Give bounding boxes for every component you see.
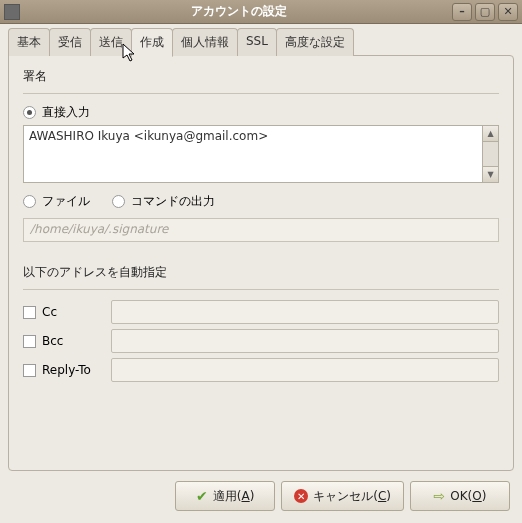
radio-file-label: ファイル — [42, 193, 90, 210]
bcc-label: Bcc — [42, 334, 63, 348]
radio-file-command-row: ファイル コマンドの出力 — [23, 193, 499, 210]
minimize-button[interactable]: – — [452, 3, 472, 21]
cancel-button[interactable]: ✕ キャンセル(C) — [281, 481, 404, 511]
tab-compose[interactable]: 作成 — [131, 28, 173, 57]
replyto-input[interactable] — [111, 358, 499, 382]
scroll-track[interactable] — [483, 142, 498, 166]
bcc-input[interactable] — [111, 329, 499, 353]
radio-direct-row[interactable]: 直接入力 — [23, 104, 499, 121]
cc-checkbox[interactable] — [23, 306, 36, 319]
apply-label: 適用(A) — [213, 488, 255, 505]
auto-section: 以下のアドレスを自動指定 Cc Bcc Reply-To — [23, 264, 499, 382]
radio-direct-label: 直接入力 — [42, 104, 90, 121]
app-icon — [4, 4, 20, 20]
check-icon: ✔ — [196, 488, 208, 504]
replyto-row: Reply-To — [23, 358, 499, 382]
cc-input[interactable] — [111, 300, 499, 324]
radio-command-label: コマンドの出力 — [131, 193, 215, 210]
ok-label: OK(O) — [450, 489, 486, 503]
tab-personal[interactable]: 個人情報 — [172, 28, 238, 56]
tab-strip: 基本 受信 送信 作成 個人情報 SSL 高度な設定 — [8, 28, 514, 56]
cc-row: Cc — [23, 300, 499, 324]
cc-label: Cc — [42, 305, 57, 319]
replyto-checkbox[interactable] — [23, 364, 36, 377]
bcc-checkbox[interactable] — [23, 335, 36, 348]
replyto-label: Reply-To — [42, 363, 91, 377]
titlebar: アカウントの設定 – ▢ ✕ — [0, 0, 522, 24]
tab-panel: 署名 直接入力 AWASHIRO Ikuya <ikunya@gmail.com… — [8, 55, 514, 471]
scroll-up-button[interactable]: ▲ — [483, 126, 498, 142]
radio-command[interactable] — [112, 195, 125, 208]
tab-receive[interactable]: 受信 — [49, 28, 91, 56]
signature-textarea[interactable]: AWASHIRO Ikuya <ikunya@gmail.com> — [23, 125, 483, 183]
bcc-check-wrap[interactable]: Bcc — [23, 334, 111, 348]
ok-icon: ⇨ — [434, 488, 446, 504]
tab-ssl[interactable]: SSL — [237, 28, 277, 56]
scrollbar[interactable]: ▲ ▼ — [483, 125, 499, 183]
cc-check-wrap[interactable]: Cc — [23, 305, 111, 319]
tab-advanced[interactable]: 高度な設定 — [276, 28, 354, 56]
signature-path-input: /home/ikuya/.signature — [23, 218, 499, 242]
button-bar: ✔ 適用(A) ✕ キャンセル(C) ⇨ OK(O) — [8, 471, 514, 515]
radio-file[interactable] — [23, 195, 36, 208]
cancel-label: キャンセル(C) — [313, 488, 391, 505]
content-area: 基本 受信 送信 作成 個人情報 SSL 高度な設定 署名 直接入力 AWASH… — [0, 24, 522, 523]
window-title: アカウントの設定 — [26, 3, 452, 20]
divider — [23, 93, 499, 94]
ok-button[interactable]: ⇨ OK(O) — [410, 481, 510, 511]
cancel-icon: ✕ — [294, 489, 308, 503]
signature-title: 署名 — [23, 68, 499, 85]
apply-button[interactable]: ✔ 適用(A) — [175, 481, 275, 511]
close-button[interactable]: ✕ — [498, 3, 518, 21]
radio-direct[interactable] — [23, 106, 36, 119]
replyto-check-wrap[interactable]: Reply-To — [23, 363, 111, 377]
signature-textarea-wrap: AWASHIRO Ikuya <ikunya@gmail.com> ▲ ▼ — [23, 125, 499, 183]
divider-2 — [23, 289, 499, 290]
tab-basic[interactable]: 基本 — [8, 28, 50, 56]
maximize-button[interactable]: ▢ — [475, 3, 495, 21]
auto-title: 以下のアドレスを自動指定 — [23, 264, 499, 281]
bcc-row: Bcc — [23, 329, 499, 353]
tab-send[interactable]: 送信 — [90, 28, 132, 56]
scroll-down-button[interactable]: ▼ — [483, 166, 498, 182]
window-controls: – ▢ ✕ — [452, 3, 518, 21]
